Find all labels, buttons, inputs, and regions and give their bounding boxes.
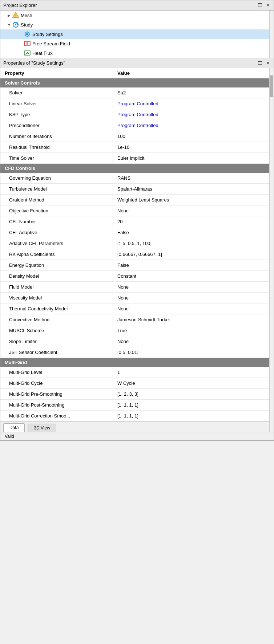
prop-fluid-value: None (113, 282, 269, 292)
row-jst-sensor[interactable]: JST Sensor Coefficient [0.5, 0.01] (0, 347, 269, 358)
prop-thermal-name: Thermal Conductivity Model (0, 303, 113, 314)
prop-density-name: Density Model (0, 271, 113, 281)
prop-cfl-adaptive-value: False (113, 227, 269, 238)
prop-objective-name: Objective Function (0, 205, 113, 216)
row-num-iterations[interactable]: Number of Iterations 100 (0, 131, 269, 142)
row-rk-alpha[interactable]: RK Alpha Coefficients [0.66667, 0.66667,… (0, 249, 269, 260)
maximize-button[interactable]: 🗖 (257, 3, 263, 8)
properties-close-button[interactable]: ✕ (265, 61, 271, 65)
prop-slope-name: Slope Limiter (0, 336, 113, 347)
study-settings-label: Study Settings (32, 32, 63, 37)
prop-solver-value: Su2 (113, 87, 269, 98)
row-objective-function[interactable]: Objective Function None (0, 205, 269, 216)
row-turbulence-model[interactable]: Turbulence Model Spalart-Allmaras (0, 184, 269, 195)
row-convective-method[interactable]: Convective Method Jameson-Schmidt-Turkel (0, 314, 269, 325)
prop-mg-cycle-value: W Cycle (113, 378, 269, 388)
svg-marker-14 (27, 43, 28, 44)
row-governing-equation[interactable]: Governing Equation RANS (0, 173, 269, 184)
svg-point-9 (26, 33, 28, 35)
prop-time-solver-value: Euler Implicit (113, 153, 269, 163)
tree-item-free-stream[interactable]: Free Stream Field (0, 39, 269, 48)
multi-grid-section: Multi-Grid (0, 358, 269, 367)
prop-turbulence-name: Turbulence Model (0, 184, 113, 194)
free-stream-toggle (18, 41, 24, 46)
row-residual-threshold[interactable]: Residual Threshold 1e-10 (0, 142, 269, 153)
prop-governing-value: RANS (113, 173, 269, 183)
row-energy-equation[interactable]: Energy Equation False (0, 260, 269, 271)
prop-mg-post-name: Multi-Grid Post-Smoothing (0, 400, 113, 410)
prop-energy-value: False (113, 260, 269, 270)
row-time-solver[interactable]: Time Solver Euler Implicit (0, 153, 269, 164)
prop-viscosity-value: None (113, 293, 269, 303)
study-icon (12, 21, 19, 28)
prop-num-iterations-value: 100 (113, 131, 269, 142)
properties-content: Property Value Solver Controls Solver Su… (0, 68, 274, 432)
prop-convective-name: Convective Method (0, 314, 113, 325)
cfd-controls-section: CFD Controls (0, 164, 269, 173)
mesh-toggle[interactable]: ▶ (6, 12, 12, 18)
heat-flux-toggle (18, 50, 24, 56)
project-explorer-header: Project Explorer 🗖 ✕ (0, 0, 274, 11)
prop-muscl-value: True (113, 325, 269, 336)
row-adaptive-cfl-params[interactable]: Adaptive CFL Parameters [1.5, 0.5, 1, 10… (0, 238, 269, 249)
prop-jst-name: JST Sensor Coefficient (0, 347, 113, 358)
prop-num-iterations-name: Number of Iterations (0, 131, 113, 142)
prop-mg-pre-name: Multi-Grid Pre-Smoothing (0, 389, 113, 399)
solver-controls-label: Solver Controls (5, 80, 40, 86)
row-gradient-method[interactable]: Graident Method Weighted Least Squares (0, 195, 269, 205)
prop-convective-value: Jameson-Schmidt-Turkel (113, 314, 269, 325)
prop-slope-value: None (113, 336, 269, 347)
row-linear-solver[interactable]: Linear Solver Program Controlled (0, 98, 269, 109)
explorer-scrollbar[interactable] (269, 11, 274, 58)
tab-3d-view[interactable]: 3D View (28, 424, 56, 432)
prop-gradient-name: Graident Method (0, 195, 113, 205)
study-settings-toggle (18, 31, 24, 37)
tree-item-mesh[interactable]: ▶ Mesh (0, 11, 269, 20)
close-explorer-button[interactable]: ✕ (265, 3, 271, 8)
status-bar: Valid (0, 432, 274, 440)
prop-mg-post-value: [1, 1, 1, 1] (113, 400, 269, 410)
svg-point-7 (15, 24, 16, 25)
mesh-label: Mesh (21, 13, 32, 18)
multi-grid-label: Multi-Grid (5, 360, 27, 365)
prop-cfl-adaptive-name: CFL Adaptive (0, 227, 113, 238)
row-multigrid-pre[interactable]: Multi-Grid Pre-Smoothing [1, 2, 3, 3] (0, 389, 269, 400)
properties-maximize-button[interactable]: 🗖 (257, 61, 263, 65)
solver-controls-section: Solver Controls (0, 78, 269, 87)
tab-data[interactable]: Data (3, 423, 25, 432)
row-density-model[interactable]: Density Model Constant (0, 271, 269, 282)
project-explorer-panel: Project Explorer 🗖 ✕ ▶ Mesh (0, 0, 274, 58)
prop-preconditioner-value: Program Controlled (113, 120, 269, 131)
prop-rk-alpha-name: RK Alpha Coefficients (0, 249, 113, 260)
row-muscl-scheme[interactable]: MUSCL Scheme True (0, 325, 269, 336)
row-multigrid-post[interactable]: Multi-Grid Post-Smoothing [1, 1, 1, 1] (0, 400, 269, 411)
tree-item-study-settings[interactable]: Study Settings (0, 29, 269, 39)
tree-item-heat-flux[interactable]: Heat Flux (0, 48, 269, 58)
free-stream-label: Free Stream Field (32, 41, 70, 46)
prop-ksp-value: Program Controlled (113, 109, 269, 120)
row-multigrid-level[interactable]: Multi-Grid Level 1 (0, 367, 269, 378)
row-thermal-conductivity[interactable]: Thermal Conductivity Model None (0, 303, 269, 314)
row-fluid-model[interactable]: Fluid Model None (0, 282, 269, 293)
properties-scrollbar[interactable] (269, 68, 274, 432)
study-toggle[interactable]: ▼ (6, 22, 12, 28)
row-slope-limiter[interactable]: Slope Limiter None (0, 336, 269, 347)
prop-energy-name: Energy Equation (0, 260, 113, 270)
row-viscosity-model[interactable]: Viscosity Model None (0, 293, 269, 303)
row-cfl-adaptive[interactable]: CFL Adaptive False (0, 227, 269, 238)
prop-thermal-value: None (113, 303, 269, 314)
row-ksp-type[interactable]: KSP Type Program Controlled (0, 109, 269, 120)
row-preconditioner[interactable]: Preconditioner Program Controlled (0, 120, 269, 131)
tree-item-study[interactable]: ▼ Study (0, 20, 269, 29)
prop-cfl-number-value: 20 (113, 216, 269, 227)
prop-ksp-name: KSP Type (0, 109, 113, 120)
cfd-controls-label: CFD Controls (5, 166, 35, 171)
row-solver[interactable]: Solver Su2 (0, 87, 269, 98)
prop-density-value: Constant (113, 271, 269, 281)
row-cfl-number[interactable]: CFL Number 20 (0, 216, 269, 227)
row-multigrid-cycle[interactable]: Multi-Grid Cycle W Cycle (0, 378, 269, 389)
scrollbar-thumb[interactable] (270, 76, 273, 97)
prop-linear-solver-name: Linear Solver (0, 98, 113, 109)
properties-data: Property Value Solver Controls Solver Su… (0, 68, 269, 432)
row-multigrid-correction[interactable]: Multi-Grid Correction Smoo... [1, 1, 1, … (0, 411, 269, 421)
